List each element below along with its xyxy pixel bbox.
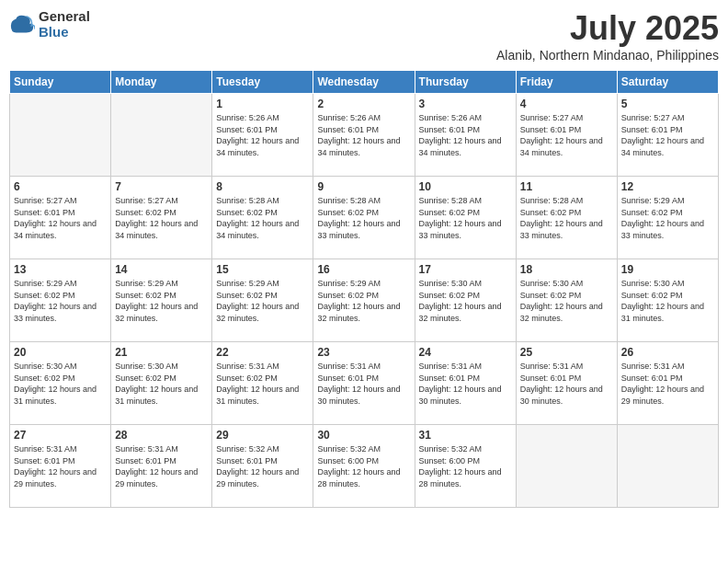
cell-details: Sunrise: 5:26 AMSunset: 6:01 PMDaylight:… bbox=[419, 112, 512, 158]
day-number: 31 bbox=[419, 429, 512, 442]
day-number: 8 bbox=[216, 180, 309, 193]
calendar-cell: 19Sunrise: 5:30 AMSunset: 6:02 PMDayligh… bbox=[617, 259, 718, 342]
day-number: 16 bbox=[317, 263, 410, 276]
cell-details: Sunrise: 5:31 AMSunset: 6:02 PMDaylight:… bbox=[216, 361, 309, 407]
day-number: 2 bbox=[317, 98, 410, 110]
cell-details: Sunrise: 5:30 AMSunset: 6:02 PMDaylight:… bbox=[419, 278, 512, 324]
day-number: 13 bbox=[14, 263, 107, 276]
cell-details: Sunrise: 5:31 AMSunset: 6:01 PMDaylight:… bbox=[317, 361, 410, 407]
calendar-cell: 8Sunrise: 5:28 AMSunset: 6:02 PMDaylight… bbox=[212, 177, 313, 259]
day-number: 15 bbox=[216, 263, 309, 276]
calendar-week-row: 20Sunrise: 5:30 AMSunset: 6:02 PMDayligh… bbox=[10, 342, 719, 425]
calendar-cell: 17Sunrise: 5:30 AMSunset: 6:02 PMDayligh… bbox=[415, 259, 516, 342]
day-number: 18 bbox=[520, 263, 613, 276]
day-number: 4 bbox=[520, 98, 613, 110]
day-number: 9 bbox=[317, 180, 410, 193]
calendar-cell: 27Sunrise: 5:31 AMSunset: 6:01 PMDayligh… bbox=[10, 425, 111, 508]
calendar-cell: 9Sunrise: 5:28 AMSunset: 6:02 PMDaylight… bbox=[313, 177, 415, 259]
day-number: 24 bbox=[419, 346, 512, 359]
day-number: 26 bbox=[621, 346, 714, 359]
calendar-cell: 4Sunrise: 5:27 AMSunset: 6:01 PMDaylight… bbox=[516, 94, 617, 177]
cell-details: Sunrise: 5:31 AMSunset: 6:01 PMDaylight:… bbox=[115, 443, 208, 489]
cell-details: Sunrise: 5:32 AMSunset: 6:00 PMDaylight:… bbox=[419, 443, 512, 489]
cell-details: Sunrise: 5:27 AMSunset: 6:01 PMDaylight:… bbox=[520, 112, 613, 158]
cell-details: Sunrise: 5:30 AMSunset: 6:02 PMDaylight:… bbox=[520, 278, 613, 324]
calendar-cell: 3Sunrise: 5:26 AMSunset: 6:01 PMDaylight… bbox=[415, 94, 516, 177]
day-number: 27 bbox=[14, 429, 107, 442]
cell-details: Sunrise: 5:31 AMSunset: 6:01 PMDaylight:… bbox=[621, 361, 714, 407]
cell-details: Sunrise: 5:28 AMSunset: 6:02 PMDaylight:… bbox=[520, 195, 613, 241]
calendar-day-header: Saturday bbox=[617, 71, 718, 94]
calendar-cell bbox=[10, 94, 111, 177]
calendar-cell: 6Sunrise: 5:27 AMSunset: 6:01 PMDaylight… bbox=[10, 177, 111, 259]
calendar-cell: 11Sunrise: 5:28 AMSunset: 6:02 PMDayligh… bbox=[516, 177, 617, 259]
calendar-day-header: Friday bbox=[516, 71, 617, 94]
calendar-cell: 24Sunrise: 5:31 AMSunset: 6:01 PMDayligh… bbox=[415, 342, 516, 425]
day-number: 10 bbox=[419, 180, 512, 193]
logo-text: General Blue bbox=[39, 9, 90, 40]
calendar-week-row: 1Sunrise: 5:26 AMSunset: 6:01 PMDaylight… bbox=[10, 94, 719, 177]
calendar-cell: 31Sunrise: 5:32 AMSunset: 6:00 PMDayligh… bbox=[415, 425, 516, 508]
cell-details: Sunrise: 5:28 AMSunset: 6:02 PMDaylight:… bbox=[419, 195, 512, 241]
cell-details: Sunrise: 5:30 AMSunset: 6:02 PMDaylight:… bbox=[115, 361, 208, 407]
cell-details: Sunrise: 5:29 AMSunset: 6:02 PMDaylight:… bbox=[14, 278, 107, 324]
day-number: 22 bbox=[216, 346, 309, 359]
cell-details: Sunrise: 5:30 AMSunset: 6:02 PMDaylight:… bbox=[14, 361, 107, 407]
calendar-cell: 1Sunrise: 5:26 AMSunset: 6:01 PMDaylight… bbox=[212, 94, 313, 177]
calendar-cell: 29Sunrise: 5:32 AMSunset: 6:01 PMDayligh… bbox=[212, 425, 313, 508]
calendar-cell: 25Sunrise: 5:31 AMSunset: 6:01 PMDayligh… bbox=[516, 342, 617, 425]
day-number: 1 bbox=[216, 98, 309, 110]
calendar-cell: 30Sunrise: 5:32 AMSunset: 6:00 PMDayligh… bbox=[313, 425, 415, 508]
calendar-week-row: 6Sunrise: 5:27 AMSunset: 6:01 PMDaylight… bbox=[10, 177, 719, 259]
calendar-cell bbox=[516, 425, 617, 508]
calendar-cell: 14Sunrise: 5:29 AMSunset: 6:02 PMDayligh… bbox=[111, 259, 212, 342]
calendar-week-row: 13Sunrise: 5:29 AMSunset: 6:02 PMDayligh… bbox=[10, 259, 719, 342]
cell-details: Sunrise: 5:32 AMSunset: 6:00 PMDaylight:… bbox=[317, 443, 410, 489]
calendar-table: SundayMondayTuesdayWednesdayThursdayFrid… bbox=[9, 70, 719, 508]
day-number: 25 bbox=[520, 346, 613, 359]
calendar-week-row: 27Sunrise: 5:31 AMSunset: 6:01 PMDayligh… bbox=[10, 425, 719, 508]
calendar-cell: 23Sunrise: 5:31 AMSunset: 6:01 PMDayligh… bbox=[313, 342, 415, 425]
cell-details: Sunrise: 5:31 AMSunset: 6:01 PMDaylight:… bbox=[520, 361, 613, 407]
day-number: 23 bbox=[317, 346, 410, 359]
calendar-cell bbox=[111, 94, 212, 177]
calendar-cell: 12Sunrise: 5:29 AMSunset: 6:02 PMDayligh… bbox=[617, 177, 718, 259]
logo-general-text: General bbox=[39, 9, 90, 25]
title-block: July 2025 Alanib, Northern Mindanao, Phi… bbox=[496, 9, 719, 63]
cell-details: Sunrise: 5:28 AMSunset: 6:02 PMDaylight:… bbox=[317, 195, 410, 241]
day-number: 30 bbox=[317, 429, 410, 442]
calendar-day-header: Wednesday bbox=[313, 71, 415, 94]
calendar-cell: 18Sunrise: 5:30 AMSunset: 6:02 PMDayligh… bbox=[516, 259, 617, 342]
cell-details: Sunrise: 5:31 AMSunset: 6:01 PMDaylight:… bbox=[419, 361, 512, 407]
calendar-day-header: Sunday bbox=[10, 71, 111, 94]
cell-details: Sunrise: 5:29 AMSunset: 6:02 PMDaylight:… bbox=[317, 278, 410, 324]
day-number: 12 bbox=[621, 180, 714, 193]
day-number: 29 bbox=[216, 429, 309, 442]
cell-details: Sunrise: 5:30 AMSunset: 6:02 PMDaylight:… bbox=[621, 278, 714, 324]
calendar-cell: 20Sunrise: 5:30 AMSunset: 6:02 PMDayligh… bbox=[10, 342, 111, 425]
cell-details: Sunrise: 5:29 AMSunset: 6:02 PMDaylight:… bbox=[216, 278, 309, 324]
cell-details: Sunrise: 5:27 AMSunset: 6:02 PMDaylight:… bbox=[115, 195, 208, 241]
cell-details: Sunrise: 5:27 AMSunset: 6:01 PMDaylight:… bbox=[621, 112, 714, 158]
logo-blue-text: Blue bbox=[39, 25, 90, 40]
calendar-cell: 10Sunrise: 5:28 AMSunset: 6:02 PMDayligh… bbox=[415, 177, 516, 259]
day-number: 7 bbox=[115, 180, 208, 193]
day-number: 5 bbox=[621, 98, 714, 110]
calendar-cell: 21Sunrise: 5:30 AMSunset: 6:02 PMDayligh… bbox=[111, 342, 212, 425]
calendar-header-row: SundayMondayTuesdayWednesdayThursdayFrid… bbox=[10, 71, 719, 94]
day-number: 14 bbox=[115, 263, 208, 276]
cell-details: Sunrise: 5:26 AMSunset: 6:01 PMDaylight:… bbox=[216, 112, 309, 158]
calendar-cell: 5Sunrise: 5:27 AMSunset: 6:01 PMDaylight… bbox=[617, 94, 718, 177]
calendar-cell: 13Sunrise: 5:29 AMSunset: 6:02 PMDayligh… bbox=[10, 259, 111, 342]
month-title: July 2025 bbox=[496, 9, 719, 48]
cell-details: Sunrise: 5:32 AMSunset: 6:01 PMDaylight:… bbox=[216, 443, 309, 489]
day-number: 21 bbox=[115, 346, 208, 359]
page-header: General Blue July 2025 Alanib, Northern … bbox=[9, 9, 719, 63]
calendar-cell: 7Sunrise: 5:27 AMSunset: 6:02 PMDaylight… bbox=[111, 177, 212, 259]
calendar-cell: 26Sunrise: 5:31 AMSunset: 6:01 PMDayligh… bbox=[617, 342, 718, 425]
cell-details: Sunrise: 5:26 AMSunset: 6:01 PMDaylight:… bbox=[317, 112, 410, 158]
calendar-cell bbox=[617, 425, 718, 508]
day-number: 20 bbox=[14, 346, 107, 359]
calendar-day-header: Monday bbox=[111, 71, 212, 94]
day-number: 3 bbox=[419, 98, 512, 110]
